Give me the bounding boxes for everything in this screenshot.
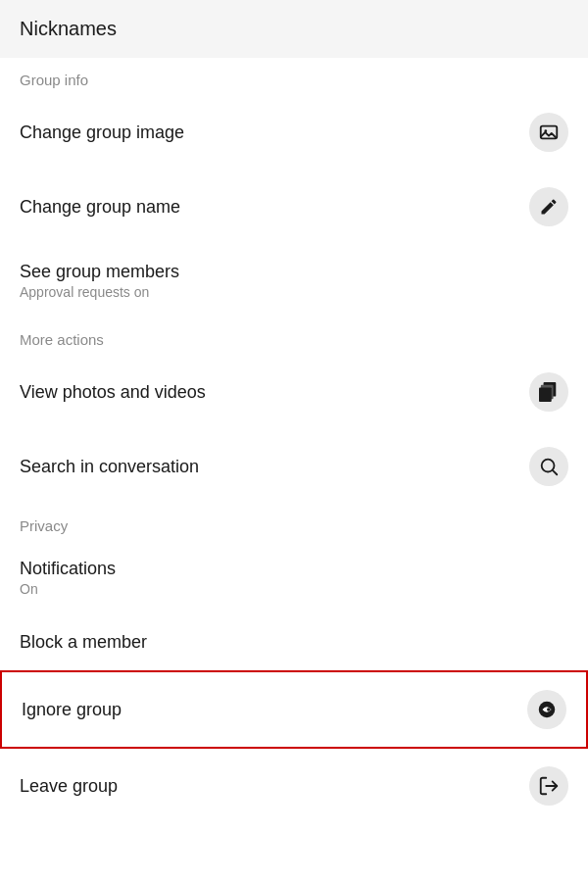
image-icon	[529, 113, 568, 152]
menu-list: Nicknames Group info Change group image	[0, 0, 588, 823]
list-item[interactable]: View photos and videos	[0, 355, 588, 429]
search-in-conversation-label: Search in conversation	[20, 457, 199, 477]
privacy-label: Privacy	[20, 517, 68, 534]
block-a-member-label: Block a member	[20, 632, 147, 653]
svg-rect-4	[539, 387, 552, 402]
group-info-section-header: Group info	[0, 58, 588, 95]
privacy-section-header: Privacy	[0, 504, 588, 541]
svg-point-7	[547, 708, 551, 711]
list-item[interactable]: Search in conversation	[0, 429, 588, 504]
approval-requests-sublabel: Approval requests on	[20, 284, 149, 300]
pencil-icon	[529, 187, 568, 226]
notifications-sublabel: On	[20, 581, 38, 597]
change-group-name-label: Change group name	[20, 197, 180, 218]
list-item[interactable]: Change group image	[0, 95, 588, 170]
list-item[interactable]: Block a member	[0, 614, 588, 670]
ignore-icon	[527, 690, 566, 729]
ignore-group-label: Ignore group	[22, 700, 122, 720]
ignore-group-item[interactable]: Ignore group	[0, 670, 588, 749]
list-item[interactable]: Notifications On	[0, 541, 588, 614]
see-group-members-label: See group members	[20, 262, 179, 282]
more-actions-label: More actions	[20, 331, 104, 348]
list-item[interactable]: Leave group	[0, 749, 588, 823]
leave-group-label: Leave group	[20, 776, 118, 797]
list-item[interactable]: See group members Approval requests on	[0, 244, 588, 318]
nicknames-item[interactable]: Nicknames	[0, 0, 588, 58]
nicknames-label: Nicknames	[20, 18, 117, 40]
change-group-image-label: Change group image	[20, 122, 184, 143]
notifications-label: Notifications	[20, 559, 116, 579]
view-photos-videos-label: View photos and videos	[20, 382, 206, 403]
leave-icon	[529, 766, 568, 806]
group-info-label: Group info	[20, 72, 88, 88]
list-item[interactable]: Change group name	[0, 170, 588, 244]
more-actions-section-header: More actions	[0, 318, 588, 355]
gallery-icon	[529, 372, 568, 412]
search-icon	[529, 447, 568, 486]
